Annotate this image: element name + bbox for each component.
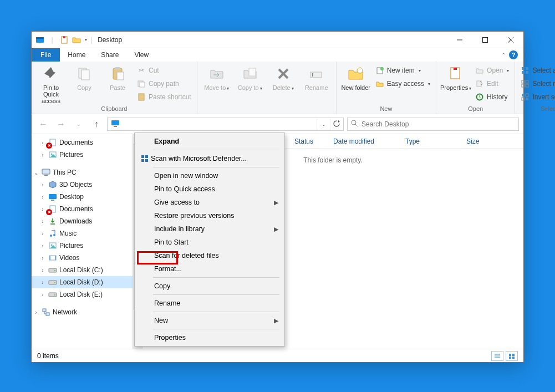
- collapse-icon[interactable]: ⌄: [33, 170, 39, 176]
- search-box[interactable]: [347, 118, 519, 131]
- svg-rect-73: [141, 155, 144, 158]
- col-date[interactable]: Date modified: [333, 138, 405, 145]
- sidebar-item-downloads[interactable]: ›Downloads: [32, 215, 142, 227]
- nav-up-button[interactable]: ↑: [89, 117, 104, 131]
- ctx-pin-start[interactable]: Pin to Start: [136, 236, 283, 249]
- move-to-button[interactable]: Move to▾: [201, 63, 233, 91]
- address-segment[interactable]: [108, 119, 123, 129]
- help-icon[interactable]: ?: [509, 50, 518, 59]
- search-input[interactable]: [361, 120, 515, 128]
- chevron-right-icon: ▶: [274, 226, 278, 233]
- minimize-button[interactable]: [447, 32, 472, 48]
- address-dropdown-button[interactable]: ⌄: [317, 118, 330, 130]
- tab-view[interactable]: View: [126, 48, 156, 62]
- ctx-new[interactable]: New▶: [136, 314, 283, 327]
- tab-share[interactable]: Share: [93, 48, 126, 62]
- sidebar-item-pictures[interactable]: ›Pictures: [32, 149, 142, 161]
- history-button[interactable]: History: [473, 91, 511, 103]
- expand-icon[interactable]: ›: [39, 206, 46, 212]
- paste-shortcut-icon: [137, 93, 146, 101]
- ctx-properties[interactable]: Properties: [136, 331, 283, 344]
- col-size[interactable]: Size: [466, 138, 500, 145]
- expand-icon[interactable]: ›: [33, 309, 39, 315]
- maximize-button[interactable]: [472, 32, 498, 48]
- easy-access-button[interactable]: Easy access▾: [373, 78, 432, 90]
- expand-icon[interactable]: ›: [39, 140, 46, 146]
- expand-icon[interactable]: ›: [39, 194, 46, 200]
- nav-recent-button[interactable]: ⌄: [72, 117, 86, 131]
- properties-button[interactable]: Properties▾: [440, 63, 472, 91]
- sidebar-item-thispc[interactable]: ⌄This PC: [32, 166, 142, 179]
- sidebar-item-3dobjects[interactable]: ›3D Objects: [32, 179, 142, 191]
- svg-rect-4: [483, 37, 488, 42]
- expand-icon[interactable]: ›: [39, 292, 46, 298]
- new-folder-button[interactable]: New folder: [340, 63, 372, 91]
- sidebar-item-documents2[interactable]: ›Documents: [32, 203, 142, 215]
- paste-button[interactable]: Paste: [101, 63, 134, 91]
- edit-button[interactable]: Edit: [473, 78, 511, 90]
- search-icon: [351, 119, 358, 129]
- qat-dropdown-icon[interactable]: ▾: [84, 37, 88, 42]
- sidebar-item-diskd[interactable]: ›Local Disk (D:): [32, 276, 142, 288]
- invert-icon: [521, 93, 529, 101]
- address-bar[interactable]: ⌄: [107, 118, 344, 131]
- ctx-rename[interactable]: Rename: [136, 297, 283, 310]
- delete-button[interactable]: Delete▾: [267, 63, 299, 91]
- nav-back-button[interactable]: ←: [36, 117, 50, 131]
- view-details-button[interactable]: [491, 351, 503, 361]
- svg-point-22: [380, 67, 384, 70]
- expand-icon[interactable]: ›: [39, 267, 46, 273]
- tab-home[interactable]: Home: [60, 48, 93, 62]
- ribbon-collapse-icon[interactable]: ⌃: [501, 52, 506, 58]
- sidebar-item-videos[interactable]: ›Videos: [32, 252, 142, 264]
- expand-icon[interactable]: ›: [39, 231, 46, 237]
- ctx-scan-defender[interactable]: Scan with Microsoft Defender...: [136, 152, 283, 165]
- nav-forward-button[interactable]: →: [54, 117, 68, 131]
- expand-icon[interactable]: ›: [39, 182, 46, 188]
- ctx-label: Include in library: [154, 225, 205, 233]
- copy-to-icon: [241, 65, 259, 83]
- expand-icon[interactable]: ›: [39, 255, 46, 261]
- ctx-pin-quick-access[interactable]: Pin to Quick access: [136, 182, 283, 196]
- open-button[interactable]: Open▾: [473, 64, 511, 77]
- sidebar-item-diskc[interactable]: ›Local Disk (C:): [32, 264, 142, 276]
- select-all-button[interactable]: Select all: [518, 64, 555, 77]
- pin-quick-access-button[interactable]: Pin to Quick access: [35, 63, 67, 104]
- view-large-icons-button[interactable]: [506, 351, 518, 361]
- copy-to-button[interactable]: Copy to▾: [234, 63, 266, 91]
- nav-pane[interactable]: ›Documents ›Pictures ⌄This PC ›3D Object…: [32, 134, 142, 349]
- ctx-give-access[interactable]: Give access to▶: [136, 196, 283, 209]
- copy-path-button[interactable]: Copy path: [135, 78, 194, 90]
- expand-icon[interactable]: ›: [39, 243, 46, 249]
- sidebar-item-pictures2[interactable]: ›Pictures: [32, 240, 142, 252]
- sidebar-item-music[interactable]: ›Music: [32, 227, 142, 240]
- ctx-open-new-window[interactable]: Open in new window: [136, 169, 283, 182]
- ctx-include-library[interactable]: Include in library▶: [136, 222, 283, 236]
- expand-icon[interactable]: ›: [39, 279, 46, 286]
- cut-button[interactable]: ✂Cut: [135, 64, 194, 77]
- ctx-restore-previous[interactable]: Restore previous versions: [136, 209, 283, 222]
- expand-icon[interactable]: ›: [39, 152, 46, 158]
- invert-selection-button[interactable]: Invert selection: [518, 91, 555, 103]
- expand-icon[interactable]: ›: [39, 218, 46, 225]
- refresh-button[interactable]: [330, 118, 343, 130]
- qat-properties-icon[interactable]: [59, 35, 69, 45]
- select-none-button[interactable]: Select none: [518, 78, 555, 90]
- ctx-scan-deleted[interactable]: Scan for deleted files: [136, 249, 283, 262]
- paste-shortcut-button[interactable]: Paste shortcut: [135, 91, 194, 103]
- ctx-format[interactable]: Format...: [136, 262, 283, 276]
- rename-button[interactable]: Rename: [301, 63, 333, 91]
- copy-button[interactable]: Copy: [68, 63, 100, 91]
- new-item-button[interactable]: New item▾: [373, 64, 432, 77]
- sidebar-item-documents[interactable]: ›Documents: [32, 136, 142, 149]
- col-status[interactable]: Status: [294, 138, 333, 145]
- qat-folder-icon[interactable]: [72, 35, 82, 45]
- col-type[interactable]: Type: [405, 138, 466, 145]
- close-button[interactable]: [498, 32, 523, 48]
- tab-file[interactable]: File: [32, 48, 60, 62]
- sidebar-item-network[interactable]: ›Network: [32, 306, 142, 318]
- ctx-expand[interactable]: Expand: [136, 135, 283, 148]
- ctx-copy[interactable]: Copy: [136, 279, 283, 293]
- sidebar-item-desktop[interactable]: ›Desktop: [32, 191, 142, 203]
- sidebar-item-diske[interactable]: ›Local Disk (E:): [32, 288, 142, 301]
